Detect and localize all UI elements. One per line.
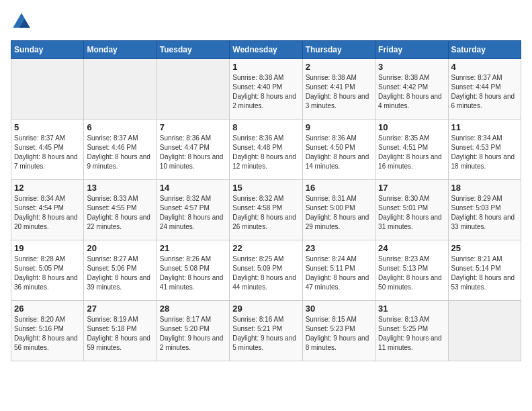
day-info: Sunrise: 8:20 AM Sunset: 5:16 PM Dayligh… xyxy=(14,315,81,353)
calendar-cell: 18Sunrise: 8:29 AM Sunset: 5:03 PM Dayli… xyxy=(448,180,521,240)
day-info: Sunrise: 8:36 AM Sunset: 4:47 PM Dayligh… xyxy=(160,134,226,171)
day-info: Sunrise: 8:32 AM Sunset: 4:57 PM Dayligh… xyxy=(160,194,226,232)
calendar-cell: 12Sunrise: 8:34 AM Sunset: 4:54 PM Dayli… xyxy=(11,180,84,240)
day-number: 9 xyxy=(306,122,372,132)
day-info: Sunrise: 8:26 AM Sunset: 5:08 PM Dayligh… xyxy=(160,255,226,292)
day-number: 14 xyxy=(160,183,226,193)
day-info: Sunrise: 8:15 AM Sunset: 5:23 PM Dayligh… xyxy=(306,315,372,353)
calendar-cell: 14Sunrise: 8:32 AM Sunset: 4:57 PM Dayli… xyxy=(157,180,229,240)
calendar-cell xyxy=(11,59,84,120)
calendar-cell: 20Sunrise: 8:27 AM Sunset: 5:06 PM Dayli… xyxy=(84,240,157,301)
page-header xyxy=(11,11,521,32)
day-info: Sunrise: 8:17 AM Sunset: 5:20 PM Dayligh… xyxy=(160,315,226,353)
calendar-cell: 6Sunrise: 8:37 AM Sunset: 4:46 PM Daylig… xyxy=(84,120,157,180)
day-number: 21 xyxy=(160,243,226,253)
day-number: 18 xyxy=(451,183,518,193)
calendar-cell xyxy=(448,301,521,361)
day-info: Sunrise: 8:24 AM Sunset: 5:11 PM Dayligh… xyxy=(306,255,372,292)
day-info: Sunrise: 8:38 AM Sunset: 4:40 PM Dayligh… xyxy=(232,73,299,111)
day-info: Sunrise: 8:38 AM Sunset: 4:42 PM Dayligh… xyxy=(378,73,445,111)
calendar-cell: 19Sunrise: 8:28 AM Sunset: 5:05 PM Dayli… xyxy=(11,240,84,301)
calendar-cell: 23Sunrise: 8:24 AM Sunset: 5:11 PM Dayli… xyxy=(302,240,375,301)
calendar-cell: 28Sunrise: 8:17 AM Sunset: 5:20 PM Dayli… xyxy=(157,301,229,361)
day-number: 29 xyxy=(232,304,299,314)
day-number: 31 xyxy=(378,304,445,314)
day-info: Sunrise: 8:19 AM Sunset: 5:18 PM Dayligh… xyxy=(87,315,153,353)
day-number: 1 xyxy=(232,62,299,72)
day-info: Sunrise: 8:21 AM Sunset: 5:14 PM Dayligh… xyxy=(451,255,518,292)
day-info: Sunrise: 8:38 AM Sunset: 4:41 PM Dayligh… xyxy=(306,73,372,111)
day-number: 2 xyxy=(306,62,372,72)
calendar-cell: 8Sunrise: 8:36 AM Sunset: 4:48 PM Daylig… xyxy=(230,120,302,180)
day-info: Sunrise: 8:33 AM Sunset: 4:55 PM Dayligh… xyxy=(87,194,153,232)
logo-icon xyxy=(11,11,32,32)
day-number: 27 xyxy=(87,304,153,314)
day-info: Sunrise: 8:28 AM Sunset: 5:05 PM Dayligh… xyxy=(14,255,81,292)
weekday-header-tuesday: Tuesday xyxy=(157,41,229,59)
day-info: Sunrise: 8:27 AM Sunset: 5:06 PM Dayligh… xyxy=(87,255,153,292)
day-number: 19 xyxy=(14,243,81,253)
day-info: Sunrise: 8:23 AM Sunset: 5:13 PM Dayligh… xyxy=(378,255,445,292)
day-number: 5 xyxy=(14,122,81,132)
day-info: Sunrise: 8:37 AM Sunset: 4:44 PM Dayligh… xyxy=(451,73,518,111)
day-number: 4 xyxy=(451,62,518,72)
day-number: 13 xyxy=(87,183,153,193)
day-info: Sunrise: 8:36 AM Sunset: 4:50 PM Dayligh… xyxy=(306,134,372,171)
day-number: 25 xyxy=(451,243,518,253)
calendar-cell: 17Sunrise: 8:30 AM Sunset: 5:01 PM Dayli… xyxy=(375,180,448,240)
calendar-header-row: SundayMondayTuesdayWednesdayThursdayFrid… xyxy=(11,41,521,59)
calendar-cell xyxy=(84,59,157,120)
calendar-cell: 3Sunrise: 8:38 AM Sunset: 4:42 PM Daylig… xyxy=(375,59,448,120)
calendar-week-0: 1Sunrise: 8:38 AM Sunset: 4:40 PM Daylig… xyxy=(11,59,521,120)
calendar-cell: 4Sunrise: 8:37 AM Sunset: 4:44 PM Daylig… xyxy=(448,59,521,120)
calendar-cell: 22Sunrise: 8:25 AM Sunset: 5:09 PM Dayli… xyxy=(230,240,302,301)
day-info: Sunrise: 8:16 AM Sunset: 5:21 PM Dayligh… xyxy=(232,315,299,353)
calendar-cell: 15Sunrise: 8:32 AM Sunset: 4:58 PM Dayli… xyxy=(230,180,302,240)
day-info: Sunrise: 8:29 AM Sunset: 5:03 PM Dayligh… xyxy=(451,194,518,232)
calendar-cell: 2Sunrise: 8:38 AM Sunset: 4:41 PM Daylig… xyxy=(302,59,375,120)
calendar-cell: 31Sunrise: 8:13 AM Sunset: 5:25 PM Dayli… xyxy=(375,301,448,361)
day-number: 26 xyxy=(14,304,81,314)
day-number: 23 xyxy=(306,243,372,253)
calendar-cell: 21Sunrise: 8:26 AM Sunset: 5:08 PM Dayli… xyxy=(157,240,229,301)
day-info: Sunrise: 8:25 AM Sunset: 5:09 PM Dayligh… xyxy=(232,255,299,292)
calendar-cell: 5Sunrise: 8:37 AM Sunset: 4:45 PM Daylig… xyxy=(11,120,84,180)
day-number: 28 xyxy=(160,304,226,314)
day-number: 12 xyxy=(14,183,81,193)
calendar-cell: 30Sunrise: 8:15 AM Sunset: 5:23 PM Dayli… xyxy=(302,301,375,361)
day-info: Sunrise: 8:30 AM Sunset: 5:01 PM Dayligh… xyxy=(378,194,445,232)
day-info: Sunrise: 8:35 AM Sunset: 4:51 PM Dayligh… xyxy=(378,134,445,171)
day-info: Sunrise: 8:36 AM Sunset: 4:48 PM Dayligh… xyxy=(232,134,299,171)
day-number: 6 xyxy=(87,122,153,132)
calendar-cell: 11Sunrise: 8:34 AM Sunset: 4:53 PM Dayli… xyxy=(448,120,521,180)
calendar-cell: 25Sunrise: 8:21 AM Sunset: 5:14 PM Dayli… xyxy=(448,240,521,301)
calendar-cell: 26Sunrise: 8:20 AM Sunset: 5:16 PM Dayli… xyxy=(11,301,84,361)
calendar-cell xyxy=(157,59,229,120)
weekday-header-wednesday: Wednesday xyxy=(230,41,302,59)
calendar-cell: 13Sunrise: 8:33 AM Sunset: 4:55 PM Dayli… xyxy=(84,180,157,240)
day-info: Sunrise: 8:37 AM Sunset: 4:46 PM Dayligh… xyxy=(87,134,153,171)
day-info: Sunrise: 8:37 AM Sunset: 4:45 PM Dayligh… xyxy=(14,134,81,171)
day-number: 17 xyxy=(378,183,445,193)
calendar-week-2: 12Sunrise: 8:34 AM Sunset: 4:54 PM Dayli… xyxy=(11,180,521,240)
calendar-cell: 27Sunrise: 8:19 AM Sunset: 5:18 PM Dayli… xyxy=(84,301,157,361)
day-number: 8 xyxy=(232,122,299,132)
day-info: Sunrise: 8:13 AM Sunset: 5:25 PM Dayligh… xyxy=(378,315,445,353)
day-info: Sunrise: 8:34 AM Sunset: 4:54 PM Dayligh… xyxy=(14,194,81,232)
calendar-cell: 1Sunrise: 8:38 AM Sunset: 4:40 PM Daylig… xyxy=(230,59,302,120)
day-info: Sunrise: 8:34 AM Sunset: 4:53 PM Dayligh… xyxy=(451,134,518,171)
calendar-cell: 24Sunrise: 8:23 AM Sunset: 5:13 PM Dayli… xyxy=(375,240,448,301)
day-number: 22 xyxy=(232,243,299,253)
day-number: 30 xyxy=(306,304,372,314)
day-number: 3 xyxy=(378,62,445,72)
weekday-header-saturday: Saturday xyxy=(448,41,521,59)
day-number: 15 xyxy=(232,183,299,193)
calendar-week-1: 5Sunrise: 8:37 AM Sunset: 4:45 PM Daylig… xyxy=(11,120,521,180)
day-info: Sunrise: 8:31 AM Sunset: 5:00 PM Dayligh… xyxy=(306,194,372,232)
weekday-header-sunday: Sunday xyxy=(11,41,84,59)
calendar-cell: 29Sunrise: 8:16 AM Sunset: 5:21 PM Dayli… xyxy=(230,301,302,361)
logo xyxy=(11,11,36,32)
day-number: 7 xyxy=(160,122,226,132)
calendar-cell: 10Sunrise: 8:35 AM Sunset: 4:51 PM Dayli… xyxy=(375,120,448,180)
calendar-cell: 16Sunrise: 8:31 AM Sunset: 5:00 PM Dayli… xyxy=(302,180,375,240)
